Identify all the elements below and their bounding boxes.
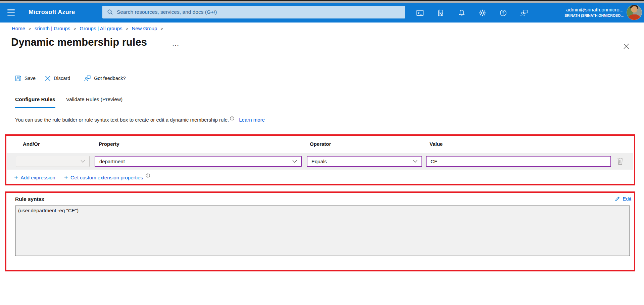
- more-options-icon[interactable]: ···: [172, 42, 180, 48]
- save-icon: [15, 75, 21, 82]
- global-search[interactable]: [102, 6, 405, 18]
- notifications-bell-icon[interactable]: [458, 9, 465, 17]
- property-dropdown[interactable]: department: [95, 156, 302, 167]
- value-input[interactable]: [427, 159, 610, 164]
- add-expression-button[interactable]: + Add expression: [14, 174, 55, 180]
- account-info[interactable]: admin@srinath.onmicro... SRINATH (SRINAT…: [564, 6, 624, 18]
- close-icon[interactable]: [621, 40, 632, 52]
- save-button[interactable]: Save: [15, 75, 36, 82]
- breadcrumb-all-groups[interactable]: Groups | All groups: [80, 26, 122, 31]
- command-bar: Save Discard Got feedback?: [15, 73, 126, 84]
- breadcrumb: Home>srinath | Groups>Groups | All group…: [12, 26, 166, 31]
- get-custom-extension-label: Get custom extension properties: [70, 175, 143, 180]
- azure-top-bar: Microsoft Azure ? admin@srinath.onmicro.…: [0, 3, 644, 23]
- rule-syntax-section: Rule syntax Edit (user.department -eq "C…: [5, 191, 635, 271]
- section-divider: [11, 86, 634, 86]
- top-bar-icons: ?: [416, 3, 528, 23]
- column-header-andor: And/Or: [23, 141, 40, 147]
- page-description: You can use the rule builder or rule syn…: [15, 117, 265, 123]
- breadcrumb-srinath-groups[interactable]: srinath | Groups: [35, 26, 70, 31]
- window-top-strip: [0, 0, 644, 3]
- column-header-property: Property: [99, 141, 119, 147]
- search-input[interactable]: [117, 9, 392, 15]
- operator-value: Equals: [307, 159, 413, 164]
- directories-filter-icon[interactable]: [437, 9, 445, 17]
- tab-bar: Configure Rules Validate Rules (Preview): [15, 96, 122, 108]
- breadcrumb-separator: >: [29, 26, 31, 31]
- breadcrumb-home[interactable]: Home: [12, 26, 25, 31]
- user-avatar[interactable]: [627, 5, 642, 20]
- get-custom-extension-button[interactable]: + Get custom extension properties: [64, 174, 143, 180]
- account-email: admin@srinath.onmicro...: [564, 6, 624, 13]
- got-feedback-button[interactable]: Got feedback?: [84, 75, 126, 82]
- column-header-operator: Operator: [310, 141, 331, 147]
- breadcrumb-separator: >: [126, 26, 129, 31]
- plus-icon: +: [14, 174, 18, 180]
- breadcrumb-separator: >: [160, 26, 163, 31]
- breadcrumb-separator: >: [73, 26, 76, 31]
- pencil-icon: [615, 196, 620, 202]
- expression-row: department Equals: [7, 153, 633, 170]
- property-value: department: [95, 159, 292, 164]
- search-icon: [107, 9, 113, 15]
- edit-label: Edit: [623, 196, 631, 202]
- breadcrumb-new-group[interactable]: New Group: [132, 26, 157, 31]
- hamburger-menu-icon[interactable]: [7, 9, 15, 16]
- discard-button[interactable]: Discard: [45, 76, 70, 81]
- tab-validate-rules[interactable]: Validate Rules (Preview): [66, 96, 123, 108]
- toolbar-divider: [77, 74, 77, 83]
- rule-syntax-label: Rule syntax: [15, 196, 44, 202]
- svg-text:?: ?: [502, 10, 504, 15]
- builder-actions: + Add expression + Get custom extension …: [14, 174, 150, 180]
- add-expression-label: Add expression: [20, 175, 55, 180]
- info-icon[interactable]: [146, 173, 150, 179]
- brand-title[interactable]: Microsoft Azure: [29, 9, 75, 16]
- andor-dropdown: [16, 156, 90, 167]
- delete-row-trash-icon[interactable]: [617, 157, 624, 166]
- rule-builder-section: And/Or Property Operator Value departmen…: [5, 134, 635, 185]
- learn-more-link[interactable]: Learn more: [239, 117, 265, 123]
- feedback-icon[interactable]: [520, 9, 528, 17]
- chevron-down-icon: [413, 160, 422, 163]
- save-label: Save: [24, 76, 36, 81]
- description-text: You can use the rule builder or rule syn…: [15, 117, 229, 123]
- operator-dropdown[interactable]: Equals: [307, 156, 422, 167]
- tab-configure-rules[interactable]: Configure Rules: [15, 96, 55, 108]
- cloud-shell-icon[interactable]: [416, 9, 424, 17]
- value-field: [426, 156, 611, 167]
- help-icon[interactable]: ?: [499, 9, 507, 17]
- discard-label: Discard: [54, 76, 70, 81]
- feedback-person-icon: [84, 75, 91, 82]
- discard-x-icon: [45, 76, 51, 81]
- plus-icon: +: [64, 174, 68, 180]
- column-header-value: Value: [430, 141, 443, 147]
- got-feedback-label: Got feedback?: [94, 76, 126, 81]
- settings-gear-icon[interactable]: [479, 9, 486, 17]
- account-tenant: SRINATH (SRINATH.ONMICROSO...: [564, 13, 624, 18]
- rule-syntax-textbox: (user.department -eq "CE"): [15, 206, 630, 256]
- page-title: Dynamic membership rules: [11, 36, 147, 48]
- info-icon[interactable]: [230, 116, 234, 122]
- chevron-down-icon: [292, 160, 301, 163]
- chevron-down-icon: [81, 160, 89, 163]
- edit-button[interactable]: Edit: [615, 196, 631, 202]
